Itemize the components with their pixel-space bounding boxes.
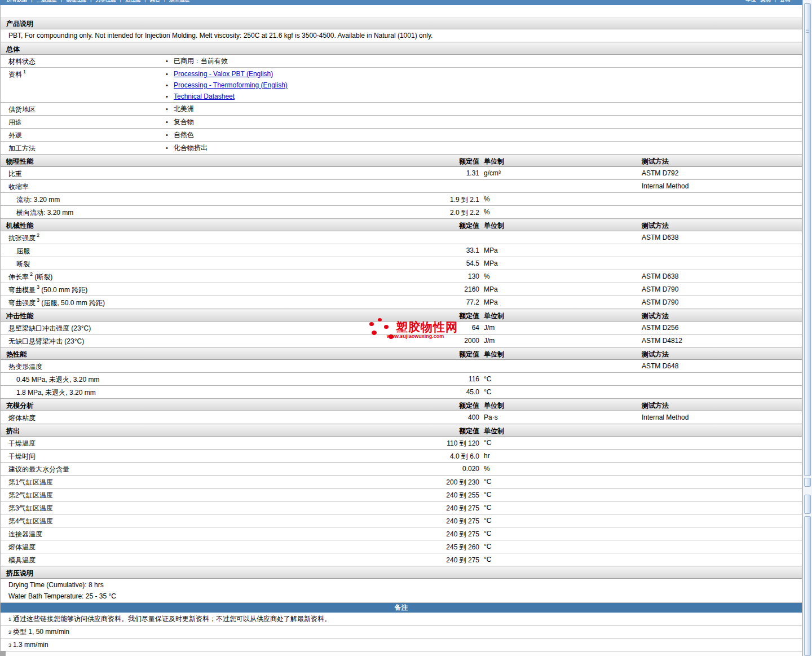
scrollbar-thumb[interactable]	[804, 3, 811, 476]
general-row-values: •复合物	[166, 117, 194, 129]
top-navbar: 所有数据|一般信息|物理性能|力学性能|热性能|其它|加工信息 单位英制|公制	[0, 0, 802, 5]
property-unit: J/m	[484, 337, 495, 345]
scrollbar-segment[interactable]	[804, 495, 811, 514]
general-value: 北美洲	[174, 105, 194, 113]
test-method: ASTM D790	[642, 285, 678, 293]
bullet-icon: •	[166, 130, 174, 139]
nav-tab-1[interactable]: 所有数据	[7, 0, 27, 2]
list-item: •化合物挤出	[166, 143, 208, 155]
property-value: 54.5	[305, 259, 479, 267]
property-row: 第4气缸区温度240 到 275°C	[1, 514, 802, 527]
property-row: 收缩率Internal Method	[1, 180, 802, 193]
property-row: 0.45 MPa, 未退火, 3.20 mm116°C	[1, 373, 802, 386]
datasheet-page: 所有数据|一般信息|物理性能|力学性能|热性能|其它|加工信息 单位英制|公制 …	[0, 0, 812, 656]
document-link[interactable]: Technical Datasheet	[174, 93, 235, 100]
notes-header-bar: 备注	[1, 603, 802, 613]
nav-tab-5[interactable]: 热性能	[125, 0, 140, 2]
property-value: 200 到 230	[305, 478, 479, 487]
scrollbar-grip-icon	[806, 29, 809, 34]
product-description-text: PBT, For compounding only. Not intended …	[8, 32, 433, 39]
footnote-number: 3	[8, 642, 11, 648]
general-row: 材料状态•已商用：当前有效	[1, 55, 802, 68]
list-item: •自然色	[166, 130, 194, 142]
column-header-value: 额定值	[305, 221, 479, 231]
property-value: 116	[305, 375, 479, 383]
general-row-label: 加工方法	[8, 144, 36, 153]
property-unit: °C	[484, 388, 491, 396]
property-value: 400	[305, 413, 479, 421]
vertical-scrollbar[interactable]	[802, 0, 812, 656]
column-header-value: 额定值	[305, 350, 479, 359]
section-header-general: 总体	[1, 42, 802, 55]
property-name: 弯曲模量3 (50.0 mm 跨距)	[8, 285, 87, 295]
property-row: 无缺口悬臂梁冲击 (23°C)2000J/mASTM D4812	[1, 334, 802, 347]
property-name: 收缩率	[8, 182, 29, 192]
bullet-icon: •	[166, 143, 174, 152]
property-row: 干燥时间4.0 到 6.0hr	[1, 450, 802, 463]
general-row: 资料1•Processing - Valox PBT (English)•Pro…	[1, 68, 802, 103]
property-row: 伸长率2 (断裂)130%ASTM D638	[1, 270, 802, 283]
footnote-marker: 3	[37, 297, 39, 303]
property-name: 弯曲强度3 (屈服, 50.0 mm 跨距)	[8, 298, 105, 308]
property-value: 2000	[305, 337, 479, 345]
unit-option-1[interactable]: 英制	[760, 0, 770, 2]
general-header: 总体	[6, 45, 20, 54]
document-link[interactable]: Processing - Valox PBT (English)	[174, 70, 273, 78]
property-name: 0.45 MPa, 未退火, 3.20 mm	[16, 375, 99, 385]
extrusion-note-line: Drying Time (Cumulative): 8 hrs	[1, 579, 802, 591]
nav-tab-2[interactable]: 一般信息	[37, 0, 57, 2]
nav-separator: |	[90, 0, 92, 2]
property-name: 建议的最大水分含量	[8, 465, 69, 474]
nav-tab-4[interactable]: 力学性能	[96, 0, 116, 2]
property-value: 130	[305, 272, 479, 280]
property-row: 屈服33.1MPa	[1, 244, 802, 257]
property-value: 64	[305, 324, 479, 332]
section-header-product-description: 产品说明	[1, 17, 802, 29]
section-header-label: 机械性能	[6, 221, 33, 231]
nav-tab-3[interactable]: 物理性能	[66, 0, 86, 2]
test-method: ASTM D648	[642, 362, 678, 370]
column-header-value: 额定值	[305, 426, 479, 436]
property-value: 240 到 275	[305, 556, 479, 565]
property-row: 熔体粘度400Pa·sInternal Method	[1, 411, 802, 424]
section-header: 物理性能额定值单位制测试方法	[1, 155, 802, 167]
property-row: 第2气缸区温度240 到 255°C	[1, 488, 802, 501]
corner-artifact	[0, 651, 6, 656]
property-name: 屈服	[16, 246, 30, 256]
nav-tab-6[interactable]: 其它	[150, 0, 160, 2]
scrollbar-segment[interactable]	[804, 478, 811, 487]
nav-separator: |	[144, 0, 146, 2]
property-unit: °C	[484, 556, 491, 563]
column-header-method: 测试方法	[642, 401, 669, 411]
section-header-label: 物理性能	[6, 157, 33, 166]
footnote-marker: 2	[37, 232, 39, 238]
section-header: 热性能额定值单位制测试方法	[1, 347, 802, 360]
column-header-unit: 单位制	[484, 426, 504, 436]
property-name: 热变形温度	[8, 362, 42, 372]
property-value: 33.1	[305, 246, 479, 254]
property-name: 无缺口悬臂梁冲击 (23°C)	[8, 337, 84, 346]
section-header-label: 挤出	[6, 426, 20, 436]
property-row: 悬壁梁缺口冲击强度 (23°C)64J/mASTM D256	[1, 322, 802, 334]
column-header-unit: 单位制	[484, 221, 504, 231]
property-name: 伸长率2 (断裂)	[8, 272, 52, 282]
document-link[interactable]: Processing - Thermoforming (English)	[174, 81, 288, 89]
property-name: 比重	[8, 169, 22, 179]
product-description-row: PBT, For compounding only. Not intended …	[1, 29, 802, 42]
property-name: 第4气缸区温度	[8, 517, 53, 526]
nav-tab-7[interactable]: 加工信息	[169, 0, 189, 2]
general-row: 加工方法•化合物挤出	[1, 142, 802, 155]
nav-separator: |	[164, 0, 166, 2]
section-header: 挤出额定值单位制	[1, 424, 802, 437]
bullet-icon: •	[166, 56, 174, 65]
property-row: 建议的最大水分含量0.020%	[1, 463, 802, 476]
unit-separator: |	[774, 0, 776, 2]
column-header-method: 测试方法	[642, 350, 669, 359]
unit-option-2[interactable]: 公制	[780, 0, 790, 2]
footnote-row: 2类型 1, 50 mm/min	[1, 626, 802, 639]
property-name: 连接器温度	[8, 530, 42, 539]
test-method: ASTM D790	[642, 298, 678, 306]
scrollbar-segment[interactable]	[804, 516, 811, 656]
nav-separator: |	[31, 0, 33, 2]
test-method: ASTM D256	[642, 324, 678, 332]
